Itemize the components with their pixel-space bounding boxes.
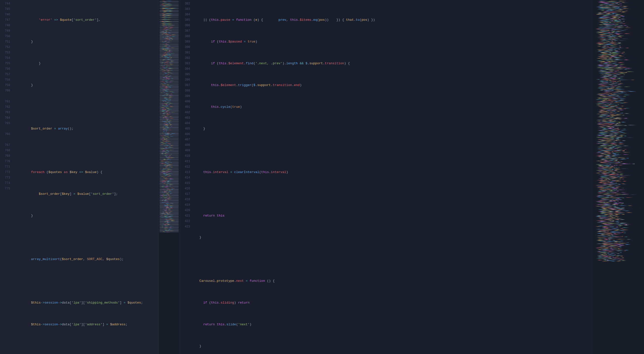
code-line: } bbox=[196, 126, 592, 132]
code-line: foreach ($quotes as $key => $value) { bbox=[16, 170, 158, 175]
left-code-content[interactable]: 'error' => $quote['sort_order'], } } } $… bbox=[14, 0, 158, 354]
code-line: this.interval = clearInterval(this.inter… bbox=[196, 170, 592, 175]
code-line bbox=[196, 256, 592, 262]
code-line bbox=[16, 278, 158, 284]
far-right-minimap-content: (function(){ var mc = document.currentSc… bbox=[592, 0, 644, 354]
left-code-panel[interactable]: 744 745 746 747 748 749 750 751 752 753 … bbox=[0, 0, 158, 354]
code-line: } bbox=[196, 344, 592, 349]
code-line: this.$element.trigger($.support.transiti… bbox=[196, 82, 592, 88]
center-minimap: (function(){ var mc = document.currentSc… bbox=[158, 0, 180, 354]
code-line bbox=[16, 104, 158, 110]
code-line: $sort_order = array(); bbox=[16, 126, 158, 132]
code-line: || (this.pause = function (e) { prev, th… bbox=[196, 17, 592, 23]
code-line: this.cycle(true) bbox=[196, 104, 592, 110]
code-line: 'error' => $quote['sort_order'], bbox=[16, 17, 158, 23]
code-line: } bbox=[16, 213, 158, 218]
right-code-content[interactable]: || (this.pause = function (e) { prev, th… bbox=[194, 0, 592, 354]
code-line bbox=[16, 344, 158, 349]
code-line: Carousel.prototype.next = function () { bbox=[196, 278, 592, 284]
code-line: if (this.$element.find('.next, .prev').l… bbox=[196, 61, 592, 66]
code-line bbox=[16, 235, 158, 240]
code-line bbox=[16, 148, 158, 153]
code-line bbox=[196, 191, 592, 197]
code-line bbox=[196, 148, 592, 153]
code-line: return this.slide('next') bbox=[196, 322, 592, 327]
code-line: } bbox=[196, 235, 592, 240]
code-line: array_multisort($sort_order, SORT_ASC, $… bbox=[16, 256, 158, 262]
code-line: $sort_order[$key] = $value['sort_order']… bbox=[16, 191, 158, 197]
code-line: if (this.sliding) return bbox=[196, 300, 592, 306]
code-line: } bbox=[16, 39, 158, 44]
minimap-content: (function(){ var mc = document.currentSc… bbox=[158, 0, 180, 233]
code-line: return this bbox=[196, 213, 592, 218]
left-line-numbers: 744 745 746 747 748 749 750 751 752 753 … bbox=[0, 0, 14, 354]
code-line: $this->session->data['lpa']['shipping_me… bbox=[16, 300, 158, 306]
editor-container: 744 745 746 747 748 749 750 751 752 753 … bbox=[0, 0, 644, 354]
right-line-numbers: 382 383 384 385 386 387 388 389 390 391 … bbox=[180, 0, 194, 354]
code-line: } bbox=[16, 61, 158, 66]
code-line: } bbox=[16, 82, 158, 88]
code-line: $this->session->data['lpa']['address'] =… bbox=[16, 322, 158, 327]
right-code-panel[interactable]: 382 383 384 385 386 387 388 389 390 391 … bbox=[180, 0, 592, 354]
code-line: if (this.$paused = true) bbox=[196, 39, 592, 44]
far-right-minimap: (function(){ var mc = document.currentSc… bbox=[592, 0, 644, 354]
